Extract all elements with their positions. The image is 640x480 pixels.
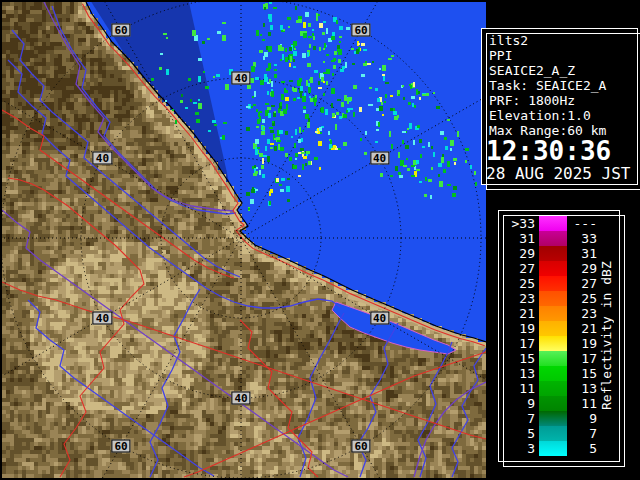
legend-upper-bound: 21: [571, 321, 597, 336]
legend-row: 1113: [499, 381, 597, 396]
info-panel: ilts2 PPI SEAICE2_A_Z Task: SEAICE2_A PR…: [481, 28, 638, 185]
legend-color-swatch: [539, 351, 567, 366]
legend-color-swatch: [539, 336, 567, 351]
range-ring-label: 40: [231, 72, 250, 85]
prf-value: PRF: 1800Hz: [489, 93, 637, 108]
legend-row: 2325: [499, 291, 597, 306]
legend-upper-bound: 13: [571, 381, 597, 396]
radar-app-window: 40404040404060606060 ilts2 PPI SEAICE2_A…: [0, 0, 640, 480]
legend-lower-bound: 27: [499, 261, 535, 276]
legend-row: 35: [499, 441, 597, 456]
legend-color-swatch: [539, 306, 567, 321]
legend-color-swatch: [539, 381, 567, 396]
legend-lower-bound: 17: [499, 336, 535, 351]
legend-lower-bound: 31: [499, 231, 535, 246]
clock-time: 12:30:36: [482, 138, 637, 165]
legend-row: 2123: [499, 306, 597, 321]
legend-lower-bound: 23: [499, 291, 535, 306]
legend-row: 2729: [499, 261, 597, 276]
legend-row: 2527: [499, 276, 597, 291]
legend-row: 2931: [499, 246, 597, 261]
legend-row: 1315: [499, 366, 597, 381]
legend-row: 3133: [499, 231, 597, 246]
legend-row: 57: [499, 426, 597, 441]
legend-lower-bound: 9: [499, 396, 535, 411]
range-ring-label: 40: [93, 152, 112, 165]
legend-lower-bound: 7: [499, 411, 535, 426]
legend-row: 1517: [499, 351, 597, 366]
legend-upper-bound: 7: [571, 426, 597, 441]
legend-upper-bound: 5: [571, 441, 597, 456]
legend-upper-bound: 15: [571, 366, 597, 381]
legend-lower-bound: 21: [499, 306, 535, 321]
range-ring-label: 60: [351, 24, 370, 37]
legend-color-swatch: [539, 261, 567, 276]
info-lines: ilts2 PPI SEAICE2_A_Z Task: SEAICE2_A PR…: [482, 29, 637, 138]
scan-type: PPI: [489, 48, 637, 63]
legend-color-swatch: [539, 426, 567, 441]
legend-color-swatch: [539, 216, 567, 231]
reflectivity-legend: >33---3133293127292527232521231921171915…: [498, 210, 620, 462]
legend-lower-bound: 11: [499, 381, 535, 396]
range-ring-label: 40: [93, 312, 112, 325]
legend-lower-bound: >33: [499, 216, 535, 231]
legend-row: 911: [499, 396, 597, 411]
task-name: Task: SEAICE2_A: [489, 78, 637, 93]
legend-scale: >33---3133293127292527232521231921171915…: [499, 216, 597, 461]
product-name: SEAICE2_A_Z: [489, 63, 637, 78]
range-ring-label: 40: [370, 152, 389, 165]
legend-color-swatch: [539, 366, 567, 381]
legend-row: >33---: [499, 216, 597, 231]
legend-color-swatch: [539, 276, 567, 291]
legend-upper-bound: 25: [571, 291, 597, 306]
range-ring-label: 60: [351, 439, 370, 452]
range-ring-label: 60: [111, 24, 130, 37]
legend-lower-bound: 5: [499, 426, 535, 441]
range-ring-label: 60: [111, 439, 130, 452]
legend-upper-bound: 29: [571, 261, 597, 276]
legend-upper-bound: 9: [571, 411, 597, 426]
legend-row: 1921: [499, 321, 597, 336]
legend-color-swatch: [539, 231, 567, 246]
legend-upper-bound: 31: [571, 246, 597, 261]
legend-row: 1719: [499, 336, 597, 351]
legend-color-swatch: [539, 321, 567, 336]
legend-color-swatch: [539, 246, 567, 261]
legend-upper-bound: ---: [571, 216, 597, 231]
legend-lower-bound: 25: [499, 276, 535, 291]
clock-date: 28 AUG 2025 JST: [482, 165, 637, 183]
legend-lower-bound: 19: [499, 321, 535, 336]
elevation-value: Elevation:1.0: [489, 108, 637, 123]
legend-color-swatch: [539, 441, 567, 456]
legend-upper-bound: 23: [571, 306, 597, 321]
legend-lower-bound: 3: [499, 441, 535, 456]
legend-upper-bound: 27: [571, 276, 597, 291]
range-ring-label: 40: [231, 392, 250, 405]
legend-upper-bound: 19: [571, 336, 597, 351]
legend-title: Reflectivity in dBZ: [599, 216, 614, 456]
legend-row: 79: [499, 411, 597, 426]
legend-lower-bound: 13: [499, 366, 535, 381]
legend-color-swatch: [539, 291, 567, 306]
radar-site-id: ilts2: [489, 33, 637, 48]
legend-lower-bound: 15: [499, 351, 535, 366]
legend-inner: >33---3133293127292527232521231921171915…: [499, 211, 619, 461]
legend-color-swatch: [539, 411, 567, 426]
legend-color-swatch: [539, 396, 567, 411]
legend-upper-bound: 17: [571, 351, 597, 366]
legend-upper-bound: 33: [571, 231, 597, 246]
legend-lower-bound: 29: [499, 246, 535, 261]
legend-upper-bound: 11: [571, 396, 597, 411]
range-ring-label: 40: [370, 312, 389, 325]
